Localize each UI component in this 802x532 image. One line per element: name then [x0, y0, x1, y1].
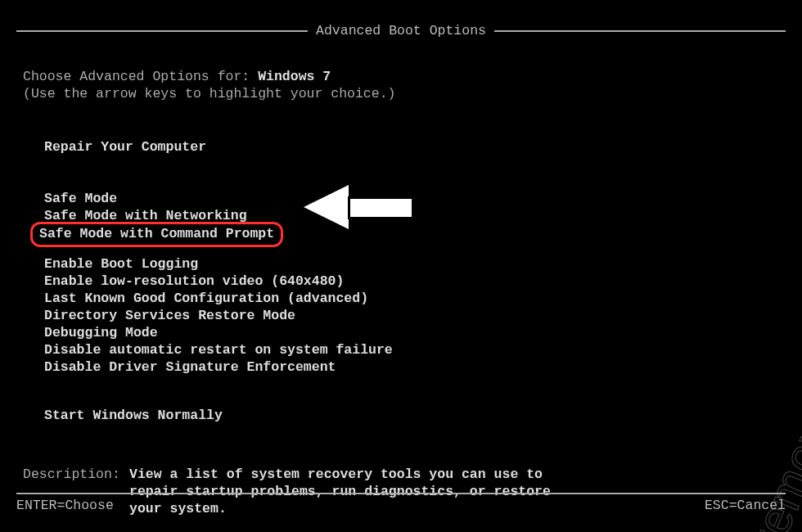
menu-item-debugging[interactable]: Debugging Mode [43, 324, 779, 341]
menu-item-last-known-good[interactable]: Last Known Good Configuration (advanced) [43, 290, 779, 307]
menu-group-3: Enable Boot Logging Enable low-resolutio… [43, 255, 779, 376]
menu-group-4: Start Windows Normally [43, 407, 779, 424]
menu-item-repair[interactable]: Repair Your Computer [43, 138, 779, 156]
footer-bar: ENTER=Choose ESC=Cancel [16, 493, 786, 514]
content: Choose Advanced Options for: Windows 7 (… [23, 57, 779, 517]
menu-item-boot-logging[interactable]: Enable Boot Logging [43, 255, 779, 273]
menu-item-safe-mode-networking[interactable]: Safe Mode with Networking [43, 207, 779, 224]
boot-options-screen: Advanced Boot Options Choose Advanced Op… [0, 0, 802, 532]
title-bar: Advanced Boot Options [16, 22, 786, 39]
hint-text: (Use the arrow keys to highlight your ch… [23, 85, 779, 102]
rule-right [494, 30, 786, 32]
choose-line: Choose Advanced Options for: Windows 7 [23, 68, 779, 85]
menu-item-ds-restore[interactable]: Directory Services Restore Mode [43, 307, 779, 324]
footer-esc: ESC=Cancel [705, 497, 786, 514]
footer-enter: ENTER=Choose [16, 497, 114, 514]
os-name: Windows 7 [258, 69, 331, 84]
menu-item-safe-mode[interactable]: Safe Mode [43, 190, 779, 207]
menu-group-1: Repair Your Computer [43, 138, 779, 156]
menu-item-disable-auto-restart[interactable]: Disable automatic restart on system fail… [43, 341, 779, 358]
page-title: Advanced Boot Options [308, 22, 494, 39]
menu-item-safe-mode-cmd[interactable]: Safe Mode with Command Prompt [38, 225, 276, 242]
selected-wrap: Safe Mode with Command Prompt [38, 225, 276, 242]
menu-item-disable-driver-sig[interactable]: Disable Driver Signature Enforcement [43, 358, 779, 376]
choose-prefix: Choose Advanced Options for: [23, 69, 258, 84]
menu-item-start-normally[interactable]: Start Windows Normally [43, 407, 779, 424]
menu-item-low-res[interactable]: Enable low-resolution video (640x480) [43, 273, 779, 290]
rule-left [16, 30, 308, 32]
menu-group-2: Safe Mode Safe Mode with Networking Safe… [43, 190, 779, 241]
